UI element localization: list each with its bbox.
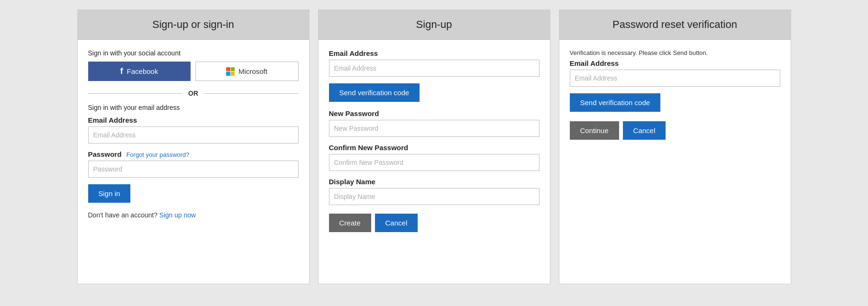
signup-buttons-row: Create Cancel [329,214,539,232]
verification-info-text: Verification is necessary. Please click … [570,49,780,56]
email-section-label: Sign in with your email address [88,104,299,111]
signin-panel-title: Sign-up or sign-in [78,10,309,40]
signup-panel: Sign-up Email Address Send verification … [318,9,550,284]
continue-button[interactable]: Continue [570,121,619,140]
social-buttons-row: f Facebook Microsoft [88,62,299,81]
password-reset-title: Password reset verification [559,10,791,40]
reset-email-input[interactable] [570,70,780,87]
email-input[interactable] [88,126,299,144]
new-password-label: New Password [329,109,539,117]
microsoft-button[interactable]: Microsoft [195,62,299,81]
reset-buttons-row: Continue Cancel [570,121,780,140]
password-input[interactable] [88,161,299,178]
password-reset-panel: Password reset verification Verification… [559,9,791,284]
password-label: Password [88,150,122,158]
facebook-icon: f [120,66,123,76]
footer-text: Don't have an account? [88,211,158,219]
signup-email-input[interactable] [329,60,539,77]
microsoft-icon [226,67,235,76]
microsoft-button-label: Microsoft [238,67,267,75]
reset-send-code-button[interactable]: Send verification code [570,93,661,112]
or-line-right [204,93,299,94]
signup-panel-title: Sign-up [319,10,550,40]
display-name-input[interactable] [329,188,539,205]
forgot-password-link[interactable]: Forgot your password? [126,151,189,158]
signup-footer: Don't have an account? Sign up now [88,211,299,219]
confirm-password-input[interactable] [329,154,539,171]
password-label-row: Password Forgot your password? [88,150,299,158]
facebook-button-label: Facebook [127,67,158,75]
display-name-label: Display Name [329,178,539,186]
social-section-label: Sign in with your social account [88,49,299,57]
new-password-input[interactable] [329,120,539,137]
send-verification-code-button[interactable]: Send verification code [329,83,420,102]
create-button[interactable]: Create [329,214,371,232]
confirm-password-label: Confirm New Password [329,144,539,152]
reset-email-label: Email Address [570,59,780,67]
or-text: OR [186,90,200,97]
signup-cancel-button[interactable]: Cancel [375,214,418,232]
signup-now-link[interactable]: Sign up now [159,211,196,219]
or-line-left [88,93,183,94]
signin-panel: Sign-up or sign-in Sign in with your soc… [77,9,310,284]
signup-email-label: Email Address [329,49,539,57]
or-divider: OR [88,90,299,97]
signin-button[interactable]: Sign in [88,184,131,203]
email-address-label: Email Address [88,116,299,124]
facebook-button[interactable]: f Facebook [88,62,191,81]
reset-cancel-button[interactable]: Cancel [623,121,666,140]
